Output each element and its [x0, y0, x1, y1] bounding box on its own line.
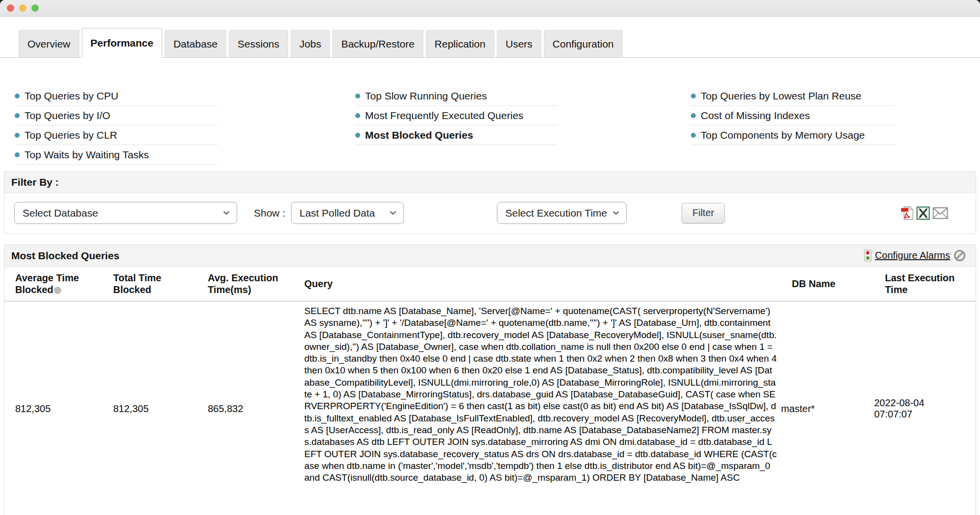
show-select[interactable]: Last Polled Data — [291, 202, 404, 224]
link-top-waits-by-waiting-tasks[interactable]: Top Waits by Waiting Tasks — [15, 145, 218, 165]
link-label: Top Queries by Lowest Plan Reuse — [701, 90, 861, 102]
zoom-window-icon[interactable] — [31, 4, 39, 12]
tab-backup-restore[interactable]: Backup/Restore — [332, 30, 423, 57]
chevron-down-icon — [612, 211, 619, 215]
tab-users[interactable]: Users — [497, 30, 541, 57]
link-top-queries-by-io[interactable]: Top Queries by I/O — [15, 106, 218, 125]
cell-total-time-blocked: 812,305 — [109, 403, 204, 415]
bullet-icon — [15, 152, 20, 157]
link-top-queries-by-clr[interactable]: Top Queries by CLR — [15, 125, 218, 145]
chevron-down-icon — [390, 211, 396, 215]
filter-by-label: Filter By : — [11, 176, 59, 188]
link-label: Cost of Missing Indexes — [701, 110, 810, 122]
window-controls — [7, 4, 39, 12]
show-select-value: Last Polled Data — [299, 207, 375, 219]
alarm-actions: Configure Alarms — [864, 249, 966, 262]
link-top-queries-by-cpu[interactable]: Top Queries by CPU — [15, 86, 218, 106]
link-top-slow-running-queries[interactable]: Top Slow Running Queries — [355, 86, 557, 106]
tab-database[interactable]: Database — [165, 30, 226, 57]
bullet-icon — [15, 113, 20, 118]
link-cost-of-missing-indexes[interactable]: Cost of Missing Indexes — [691, 106, 896, 125]
link-top-components-by-memory-usage[interactable]: Top Components by Memory Usage — [691, 125, 896, 145]
bullet-icon — [355, 113, 360, 118]
quick-links-column-1: Top Queries by CPU Top Queries by I/O To… — [15, 86, 218, 165]
tab-jobs[interactable]: Jobs — [291, 30, 330, 57]
disable-alarms-icon[interactable] — [954, 249, 966, 262]
window-titlebar — [0, 0, 980, 17]
table-title-bar: Most Blocked Queries Configure Alarms — [4, 245, 976, 267]
filter-by-header: Filter By : — [4, 172, 976, 193]
header-avg-execution-time: Avg. Execution Time(ms) — [204, 272, 300, 295]
link-label: Top Queries by CLR — [24, 129, 117, 141]
info-dot-icon — [54, 287, 61, 294]
header-average-time-blocked: Average Time Blocked — [11, 272, 109, 295]
link-label: Most Blocked Queries — [365, 129, 473, 141]
link-label: Top Waits by Waiting Tasks — [24, 149, 149, 161]
close-window-icon[interactable] — [7, 4, 14, 12]
header-total-time-blocked: Total Time Blocked — [109, 272, 204, 295]
pdf-export-icon[interactable] — [901, 206, 914, 221]
cell-db-name: master* — [777, 403, 870, 415]
app-window: Overview Performance Database Sessions J… — [0, 0, 980, 515]
bullet-icon — [691, 133, 696, 138]
filter-section: Filter By : Select Database Show : Last … — [4, 172, 976, 234]
link-label: Top Queries by I/O — [24, 110, 110, 122]
excel-icon-graphic — [916, 206, 930, 220]
tab-bar: Overview Performance Database Sessions J… — [0, 17, 980, 58]
link-top-queries-by-lowest-plan-reuse[interactable]: Top Queries by Lowest Plan Reuse — [691, 86, 896, 106]
tab-sessions[interactable]: Sessions — [229, 30, 288, 57]
show-label: Show : — [254, 207, 285, 219]
bullet-icon — [691, 94, 696, 98]
link-label: Top Slow Running Queries — [365, 90, 487, 102]
most-blocked-queries-section: Most Blocked Queries Configure Alarms Av… — [4, 245, 976, 515]
email-export-icon[interactable] — [932, 207, 948, 220]
quick-links-column-2: Top Slow Running Queries Most Frequently… — [355, 86, 557, 165]
tab-performance[interactable]: Performance — [82, 28, 162, 58]
database-select-value: Select Database — [23, 207, 98, 219]
header-db-name: DB Name — [777, 278, 870, 290]
configure-alarms-link[interactable]: Configure Alarms — [875, 250, 950, 261]
minimize-window-icon[interactable] — [19, 4, 26, 12]
filter-button[interactable]: Filter — [682, 203, 725, 223]
tab-overview[interactable]: Overview — [19, 30, 79, 57]
header-last-execution-time: Last Execution Time — [870, 272, 969, 295]
pdf-icon-graphic — [901, 206, 914, 221]
chevron-down-icon — [223, 211, 230, 215]
link-most-blocked-queries[interactable]: Most Blocked Queries — [355, 125, 557, 145]
database-select[interactable]: Select Database — [14, 202, 237, 224]
table-title: Most Blocked Queries — [11, 250, 120, 262]
cell-avg-execution-time: 865,832 — [204, 403, 300, 415]
bullet-icon — [355, 94, 360, 98]
header-query: Query — [300, 278, 777, 290]
link-most-frequently-executed-queries[interactable]: Most Frequently Executed Queries — [355, 106, 557, 125]
tab-configuration[interactable]: Configuration — [544, 30, 623, 57]
bullet-icon — [691, 113, 696, 118]
bullet-icon — [355, 133, 360, 138]
email-icon-graphic — [932, 207, 948, 220]
execution-time-select[interactable]: Select Execution Time — [497, 202, 627, 224]
execution-time-select-value: Select Execution Time — [505, 207, 607, 219]
alarm-status-icon — [864, 249, 872, 262]
cell-query-text: SELECT dtb.name AS [Database_Name], 'Ser… — [300, 301, 777, 488]
link-label: Most Frequently Executed Queries — [365, 110, 523, 122]
performance-quick-links: Top Queries by CPU Top Queries by I/O To… — [0, 86, 980, 165]
cell-last-execution-time: 2022-08-04 07:07:07 — [870, 397, 969, 420]
export-icons — [901, 206, 948, 221]
excel-export-icon[interactable] — [916, 206, 930, 220]
bullet-icon — [15, 133, 20, 138]
bullet-icon — [15, 94, 20, 98]
tab-replication[interactable]: Replication — [426, 30, 494, 57]
table-header-row: Average Time Blocked Total Time Blocked … — [4, 267, 976, 301]
cell-average-time-blocked: 812,305 — [11, 403, 109, 415]
link-label: Top Components by Memory Usage — [701, 129, 865, 141]
link-label: Top Queries by CPU — [24, 90, 118, 102]
quick-links-column-3: Top Queries by Lowest Plan Reuse Cost of… — [691, 86, 896, 165]
table-row: 812,305 812,305 865,832 SELECT dtb.name … — [4, 301, 976, 515]
filter-controls-row: Select Database Show : Last Polled Data … — [4, 193, 976, 233]
